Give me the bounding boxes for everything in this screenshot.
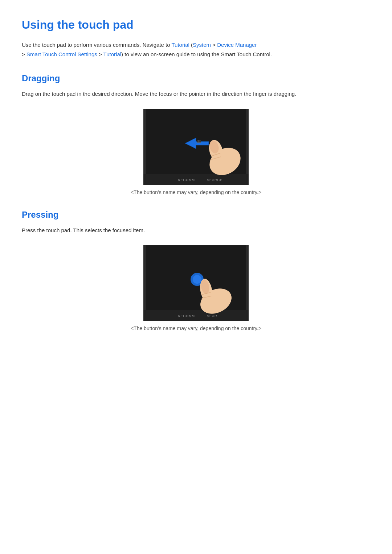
device-manager-link[interactable]: Device Manager bbox=[217, 42, 257, 48]
pressing-body: Press the touch pad. This selects the fo… bbox=[22, 226, 370, 235]
tutorial-link-2[interactable]: Tutorial bbox=[103, 51, 121, 57]
pressing-image-container: RECOMM. SEAR... <The button's name may v… bbox=[22, 245, 370, 331]
system-link[interactable]: System bbox=[193, 42, 211, 48]
pressing-caption: <The button's name may vary, depending o… bbox=[131, 325, 261, 331]
svg-text:SEAR...: SEAR... bbox=[207, 314, 221, 318]
intro-text-after: ) to view an on-screen guide to using th… bbox=[121, 51, 272, 57]
dragging-heading: Dragging bbox=[22, 73, 370, 83]
intro-text-before: Use the touch pad to perform various com… bbox=[22, 42, 171, 48]
pressing-heading: Pressing bbox=[22, 210, 370, 220]
svg-rect-10 bbox=[199, 140, 200, 142]
tutorial-link-1[interactable]: Tutorial bbox=[171, 42, 189, 48]
intro-arrow-1: > bbox=[211, 42, 217, 48]
svg-point-25 bbox=[193, 275, 201, 284]
svg-rect-3 bbox=[246, 109, 249, 185]
intro-paren-open: ( bbox=[189, 42, 193, 48]
svg-text:RECOMM.: RECOMM. bbox=[178, 178, 196, 182]
svg-rect-9 bbox=[197, 140, 198, 142]
svg-rect-2 bbox=[143, 109, 146, 185]
dragging-section: Dragging Drag on the touch pad in the de… bbox=[22, 73, 370, 195]
dragging-body: Drag on the touch pad in the desired dir… bbox=[22, 89, 370, 99]
svg-rect-11 bbox=[200, 140, 201, 142]
pressing-section: Pressing Press the touch pad. This selec… bbox=[22, 210, 370, 332]
svg-text:SEARCH: SEARCH bbox=[207, 178, 223, 182]
svg-rect-20 bbox=[246, 245, 249, 321]
intro-arrow-3: > bbox=[97, 51, 103, 57]
page-title: Using the touch pad bbox=[22, 18, 370, 32]
dragging-illustration: RECOMM. SEARCH bbox=[143, 109, 249, 185]
dragging-image-container: RECOMM. SEARCH bbox=[22, 109, 370, 195]
svg-rect-19 bbox=[143, 245, 146, 321]
intro-arrow-2: > bbox=[22, 51, 26, 57]
dragging-caption: <The button's name may vary, depending o… bbox=[131, 189, 261, 195]
smart-touch-control-settings-link[interactable]: Smart Touch Control Settings bbox=[26, 51, 97, 57]
pressing-illustration: RECOMM. SEAR... bbox=[143, 245, 249, 321]
svg-text:RECOMM.: RECOMM. bbox=[178, 314, 196, 318]
intro-paragraph: Use the touch pad to perform various com… bbox=[22, 40, 370, 59]
